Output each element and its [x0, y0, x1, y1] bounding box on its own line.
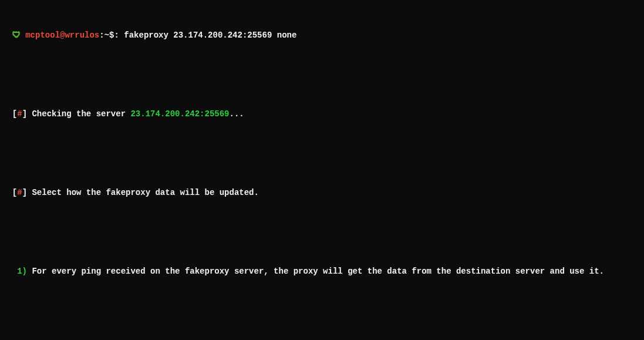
hash-icon: #: [17, 188, 22, 197]
terminal-output[interactable]: 🛡 mcptool@wrrulos:~$: fakeproxy 23.174.2…: [2, 4, 642, 340]
option-number: 1): [17, 267, 27, 276]
shield-icon: 🛡: [12, 31, 21, 40]
user-host: mcptool@wrrulos: [25, 31, 99, 40]
prompt-line: 🛡 mcptool@wrrulos:~$: fakeproxy 23.174.2…: [2, 28, 642, 43]
hash-icon: #: [17, 109, 22, 119]
select-update-header: [#] Select how the fakeproxy data will b…: [2, 186, 642, 200]
blank-line: [2, 304, 642, 318]
blank-line: [2, 146, 642, 161]
blank-line: [2, 225, 642, 240]
server-address: 23.174.200.242:25569: [130, 109, 229, 119]
checking-line: [#] Checking the server 23.174.200.242:2…: [2, 107, 642, 122]
blank-line: [2, 68, 642, 82]
entered-command: fakeproxy 23.174.200.242:25569 none: [124, 31, 296, 40]
option-1-update: 1) For every ping received on the fakepr…: [2, 264, 642, 279]
